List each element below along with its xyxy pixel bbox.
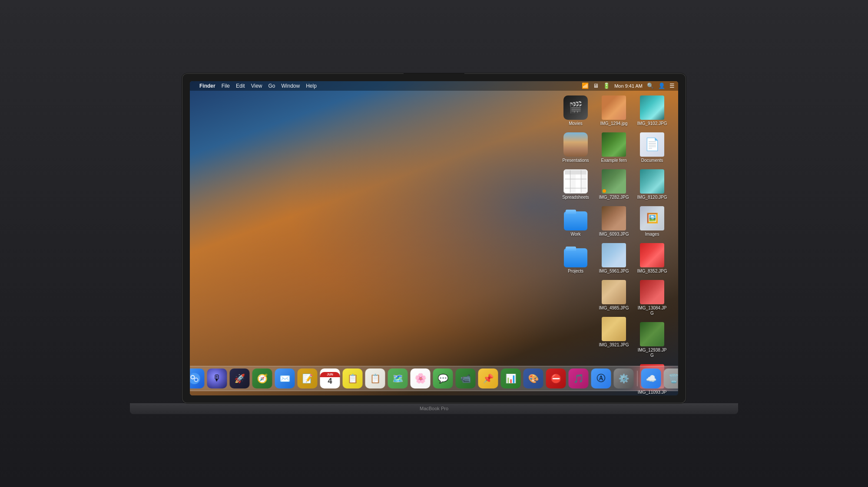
- desktop-icon-documents[interactable]: 📄 Documents: [635, 131, 669, 165]
- dock-dnd[interactable]: ⛔: [546, 369, 566, 388]
- desktop-icon-presentations[interactable]: Presentations: [558, 131, 593, 165]
- dock-stickies2[interactable]: 📌: [478, 369, 498, 388]
- dock-maps[interactable]: 🗺️: [388, 369, 408, 388]
- img13084-label: IMG_13084.JPG: [636, 306, 668, 316]
- img9102-label: IMG_9102.JPG: [637, 121, 667, 126]
- dock-itunes[interactable]: 🎵: [569, 369, 589, 388]
- images-label: Images: [645, 232, 659, 237]
- desktop-icon-img8120[interactable]: IMG_8120.JPG: [635, 168, 669, 201]
- dock: 🎙 🚀 🧭 ✉️ 📝 JUN: [190, 366, 678, 391]
- dock-facetime[interactable]: 📹: [456, 369, 476, 388]
- dock-appstore[interactable]: Ⓐ: [591, 369, 611, 388]
- menubar: Finder File Edit View Go Window Help 📶 🖥…: [190, 81, 678, 91]
- dock-safari[interactable]: 🧭: [252, 369, 272, 388]
- desktop-icon-movies[interactable]: 🎬 Movies: [558, 94, 593, 128]
- img12938-label: IMG_12938.JPG: [636, 348, 668, 358]
- desktop-icon-img7282[interactable]: IMG_7282.JPG: [596, 168, 631, 201]
- screen-bezel: Finder File Edit View Go Window Help 📶 🖥…: [182, 73, 686, 403]
- img6093-label: IMG_6093.JPG: [599, 232, 629, 237]
- img3921-label: IMG_3921.JPG: [599, 342, 629, 348]
- img4985-label: IMG_4985.JPG: [599, 306, 629, 311]
- img8352-label: IMG_8352.JPG: [637, 269, 667, 274]
- desktop-icon-img5961[interactable]: IMG_5961.JPG: [596, 242, 631, 275]
- dock-icloud[interactable]: ☁️: [641, 369, 661, 388]
- menubar-left: Finder File Edit View Go Window Help: [193, 83, 317, 89]
- menubar-edit[interactable]: Edit: [236, 83, 245, 89]
- dock-mail[interactable]: ✉️: [275, 369, 295, 388]
- menubar-help[interactable]: Help: [306, 83, 317, 89]
- desktop-icon-img6093[interactable]: IMG_6093.JPG: [596, 205, 631, 238]
- menu-icon[interactable]: ☰: [669, 82, 675, 89]
- img7282-badge: [603, 189, 606, 193]
- dock-prefs[interactable]: ⚙️: [614, 369, 634, 388]
- dock-calendar[interactable]: JUN 4: [320, 369, 340, 388]
- screen: Finder File Edit View Go Window Help 📶 🖥…: [190, 81, 678, 395]
- desktop-icon-img1294[interactable]: IMG_1294.jpg: [596, 94, 631, 128]
- menubar-finder[interactable]: Finder: [199, 83, 215, 89]
- dock-launchpad[interactable]: 🚀: [230, 369, 250, 388]
- menubar-right: 📶 🖥 🔋 Mon 9:41 AM 🔍 👤 ☰: [582, 82, 675, 89]
- menubar-go[interactable]: Go: [268, 83, 275, 89]
- macbook-label: MacBook Pro: [420, 406, 448, 411]
- documents-label: Documents: [641, 158, 663, 163]
- dock-siri[interactable]: 🎙: [207, 369, 227, 388]
- presentations-label: Presentations: [562, 158, 589, 163]
- svg-point-3: [192, 376, 194, 378]
- spreadsheets-label: Spreadsheets: [562, 195, 589, 200]
- battery-icon[interactable]: 🔋: [603, 82, 610, 89]
- menubar-window[interactable]: Window: [282, 83, 300, 89]
- desktop-icon-img4985[interactable]: IMG_4985.JPG: [596, 279, 631, 312]
- desktop-icon-spreadsheets[interactable]: Spreadsheets: [558, 168, 593, 201]
- menubar-file[interactable]: File: [222, 83, 230, 89]
- dock-finder[interactable]: [190, 369, 205, 388]
- img1294-label: IMG_1294.jpg: [600, 121, 628, 126]
- datetime-display[interactable]: Mon 9:41 AM: [614, 83, 643, 89]
- img5961-label: IMG_5961.JPG: [599, 269, 629, 274]
- img8120-label: IMG_8120.JPG: [637, 195, 667, 200]
- dock-stickies[interactable]: 📋: [343, 369, 363, 388]
- desktop-icon-projects[interactable]: Projects: [558, 242, 593, 275]
- dock-notes[interactable]: 📝: [298, 369, 318, 388]
- desktop-icon-work[interactable]: Work: [558, 205, 593, 238]
- dock-photos[interactable]: 🌸: [411, 369, 431, 388]
- img7282-label: IMG_7282.JPG: [599, 195, 629, 200]
- desktop-icon-img12938[interactable]: IMG_12938.JPG: [635, 321, 669, 359]
- dock-trash[interactable]: 🗑️: [664, 369, 679, 388]
- movies-label: Movies: [569, 121, 583, 126]
- dock-separator: [637, 371, 638, 386]
- menubar-view[interactable]: View: [251, 83, 262, 89]
- dock-numbers[interactable]: 📊: [501, 369, 521, 388]
- camera-notch: [404, 73, 464, 79]
- desktop-icon-img3921[interactable]: IMG_3921.JPG: [596, 316, 631, 349]
- dock-reminders[interactable]: 📋: [365, 369, 385, 388]
- desktop-icon-example-fern[interactable]: Example fern: [596, 131, 631, 165]
- desktop-icon-img9102[interactable]: IMG_9102.JPG: [635, 94, 669, 128]
- wifi-icon[interactable]: 📶: [582, 82, 589, 89]
- svg-point-4: [195, 378, 198, 381]
- desktop-icon-img8352[interactable]: IMG_8352.JPG: [635, 242, 669, 275]
- desktop-icon-img13084[interactable]: IMG_13084.JPG: [635, 279, 669, 317]
- work-label: Work: [570, 232, 580, 237]
- macbook-shell: Finder File Edit View Go Window Help 📶 🖥…: [0, 0, 868, 487]
- desktop-icons: 🎬 Movies Presentations: [558, 94, 669, 395]
- dock-messages[interactable]: 💬: [433, 369, 453, 388]
- desktop-icon-images[interactable]: 🖼️ Images: [635, 205, 669, 238]
- display-icon[interactable]: 🖥: [593, 82, 599, 89]
- user-icon[interactable]: 👤: [658, 82, 665, 89]
- example-fern-label: Example fern: [601, 158, 627, 163]
- dock-keynote[interactable]: 🎨: [523, 369, 543, 388]
- projects-label: Projects: [568, 269, 583, 274]
- search-icon[interactable]: 🔍: [647, 82, 654, 89]
- macbook-bottom-bar: MacBook Pro: [130, 403, 738, 414]
